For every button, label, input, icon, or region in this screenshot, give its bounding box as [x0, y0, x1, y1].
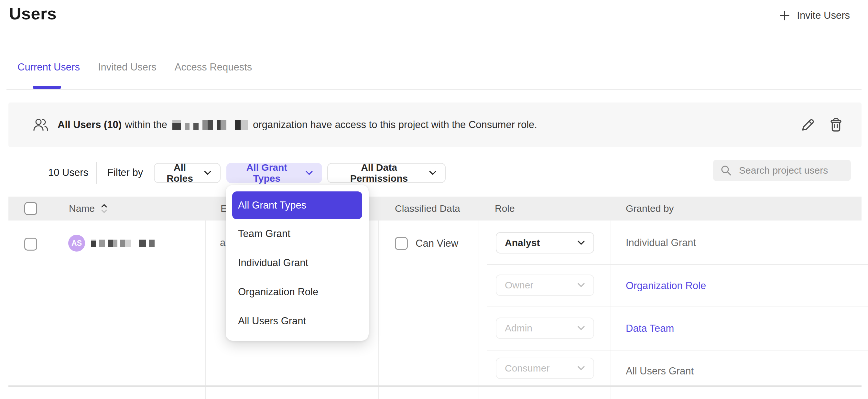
search-icon [720, 164, 732, 176]
all-users-banner: All Users (10) within the organization h… [8, 102, 862, 147]
chevron-down-icon [305, 171, 313, 176]
table-row-checkbox-wrap [24, 238, 37, 251]
filter-divider [96, 162, 97, 184]
tab-invited-users[interactable]: Invited Users [98, 61, 157, 73]
menu-item-individual-grant[interactable]: Individual Grant [232, 248, 362, 277]
column-divider [378, 220, 379, 399]
menu-item-organization-role[interactable]: Organization Role [232, 277, 362, 307]
column-divider [611, 220, 611, 399]
user-count-label: 10 Users [48, 167, 88, 179]
plus-icon [779, 10, 790, 21]
granted-by-all-users-grant: All Users Grant [626, 365, 694, 377]
grant-types-dropdown-menu: All Grant Types Team Grant Individual Gr… [226, 185, 369, 341]
all-data-permissions-filter[interactable]: All Data Permissions [327, 163, 446, 183]
column-divider [478, 220, 479, 399]
banner-pre-text: within the [125, 119, 167, 131]
banner-post-text: organization have access to this project… [253, 119, 537, 131]
invite-users-label: Invite Users [797, 10, 850, 21]
banner-text: All Users (10) within the organization h… [58, 119, 537, 131]
column-header-role: Role [495, 196, 515, 220]
can-view-label: Can View [415, 238, 458, 249]
role-label: Analyst [505, 237, 540, 248]
invite-users-button[interactable]: Invite Users [779, 10, 850, 21]
role-label: Owner [505, 280, 533, 291]
chevron-down-icon [577, 283, 585, 288]
subrow-divider [487, 350, 868, 350]
pencil-icon [801, 118, 815, 132]
classified-data-cell: Can View [395, 237, 458, 250]
menu-item-team-grant[interactable]: Team Grant [232, 219, 362, 248]
all-roles-label: All Roles [163, 162, 197, 184]
can-view-checkbox[interactable] [395, 237, 408, 250]
tab-bar: Current Users Invited Users Access Reque… [18, 61, 252, 73]
row-checkbox[interactable] [24, 238, 37, 251]
edit-banner-button[interactable] [801, 118, 815, 132]
filter-by-label: Filter by [107, 167, 143, 179]
subrow-divider [487, 264, 868, 265]
role-dropdown-owner: Owner [496, 275, 594, 296]
delete-banner-button[interactable] [829, 117, 843, 132]
role-label: Admin [505, 323, 532, 334]
role-dropdown-admin: Admin [496, 317, 594, 339]
column-header-name: Name [69, 203, 95, 214]
table-header: Name Email Classified Data Role Granted … [8, 196, 862, 220]
trash-icon [829, 117, 843, 132]
tab-access-requests[interactable]: Access Requests [175, 61, 252, 73]
search-input[interactable] [739, 165, 844, 176]
active-tab-indicator [33, 86, 61, 89]
tab-current-users[interactable]: Current Users [18, 61, 80, 73]
user-email: a [220, 237, 225, 249]
column-header-granted-by: Granted by [626, 196, 674, 220]
chevron-down-icon [577, 240, 585, 245]
avatar: AS [68, 235, 85, 251]
search-box [713, 160, 851, 181]
select-all-checkbox[interactable] [24, 202, 37, 215]
role-label: Consumer [505, 363, 550, 374]
all-data-permissions-label: All Data Permissions [336, 162, 422, 184]
tabs-divider [6, 89, 862, 90]
banner-bold-text: All Users (10) [58, 119, 122, 131]
all-grant-types-filter[interactable]: All Grant Types [226, 163, 322, 183]
all-roles-filter[interactable]: All Roles [154, 163, 221, 183]
column-divider [205, 220, 206, 399]
chevron-down-icon [577, 366, 585, 371]
redacted-user-name [91, 239, 155, 247]
granted-by-individual-grant: Individual Grant [626, 237, 696, 249]
column-header-classified-data: Classified Data [395, 196, 460, 220]
page-title: Users [9, 4, 57, 23]
role-dropdown-analyst[interactable]: Analyst [496, 232, 594, 253]
subrow-divider [487, 307, 868, 307]
row-divider [8, 386, 862, 387]
chevron-down-icon [429, 171, 437, 176]
sort-icon[interactable] [100, 203, 108, 214]
chevron-down-icon [204, 171, 212, 176]
granted-by-data-team-link[interactable]: Data Team [626, 323, 674, 334]
redacted-organization-name [173, 120, 248, 130]
granted-by-organization-role-link[interactable]: Organization Role [626, 280, 706, 291]
all-grant-types-label: All Grant Types [236, 162, 298, 184]
chevron-down-icon [577, 326, 585, 331]
menu-item-all-users-grant[interactable]: All Users Grant [232, 307, 362, 336]
people-icon [32, 117, 49, 132]
role-dropdown-consumer: Consumer [496, 358, 594, 379]
menu-item-all-grant-types[interactable]: All Grant Types [232, 191, 362, 219]
